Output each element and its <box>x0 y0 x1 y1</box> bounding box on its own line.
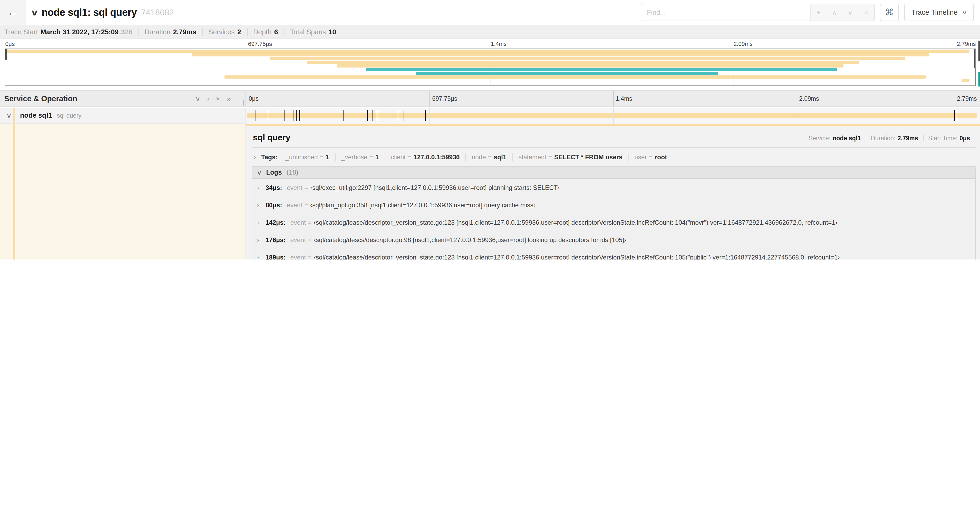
chevron-down-icon: ∨ <box>962 10 967 15</box>
chevron-right-icon: › <box>257 219 266 225</box>
collapse-all-icon[interactable]: » <box>214 97 222 101</box>
top-bar: ← ∨ node sql1: sql query 7418682 ⌖ ∧ ∨ ×… <box>0 0 980 25</box>
timeline-tick-label: 0μs <box>249 96 259 102</box>
right-edge-scroll-thumb[interactable] <box>978 41 980 61</box>
log-key: event <box>290 219 306 226</box>
timeline-gridline <box>797 108 797 124</box>
tags-row[interactable]: › Tags: _unfinished=1_verbose=1client=12… <box>253 153 975 161</box>
detail-operation-title: sql query <box>253 133 290 142</box>
minimap-tick-label: 2.09ms <box>734 41 752 47</box>
log-event-tick[interactable] <box>299 110 300 121</box>
detail-service: Service:node sql1 <box>804 135 865 141</box>
span-service-name: node sql1 <box>20 111 52 119</box>
log-event-tick[interactable] <box>372 110 372 121</box>
chevron-down-icon: ∨ <box>256 169 262 176</box>
back-button[interactable]: ← <box>0 0 26 25</box>
service-operation-header: Service & Operation ∨ › » » <box>0 91 246 107</box>
log-event-tick[interactable] <box>404 110 404 121</box>
view-dropdown-label: Trace Timeline <box>911 8 958 16</box>
chevron-right-icon: › <box>254 154 256 160</box>
service-operation-label: Service & Operation <box>4 94 77 103</box>
find-prev-icon[interactable]: ∧ <box>826 8 842 16</box>
log-row[interactable]: › 80μs: event = ‹sql/plan_opt.go:358 [ns… <box>252 196 975 214</box>
stat-value: 10 <box>329 28 336 36</box>
log-row[interactable]: › 189μs: event = ‹sql/catalog/lease/desc… <box>252 248 975 260</box>
expand-all-icon[interactable]: » <box>227 95 231 102</box>
minimap-scrubber-handle[interactable] <box>974 49 975 68</box>
minimap-scrubber-handle[interactable] <box>5 49 7 60</box>
page-title: node sql1: sql query <box>41 6 137 18</box>
stat-value: 6 <box>274 28 278 36</box>
log-event-tick[interactable] <box>398 110 398 121</box>
minimap-span-bar <box>192 53 929 56</box>
minimap-span-bar <box>415 72 718 75</box>
stat-value: March 31 2022, 17:25:09 <box>41 28 119 36</box>
log-event-tick[interactable] <box>296 110 297 121</box>
log-event-tick[interactable] <box>954 110 955 121</box>
trace-stat: Total Spans 10 <box>284 28 342 36</box>
log-timestamp: 34μs: <box>266 184 282 191</box>
tag-item: statement=SELECT * FROM users <box>512 153 628 161</box>
command-icon: ⌘ <box>885 7 894 18</box>
minimap-span-bar <box>366 68 837 71</box>
detail-content: sql query Service:node sql1 Duration:2.7… <box>246 126 980 260</box>
span-duration-bar[interactable] <box>247 113 977 118</box>
tag-item: _verbose=1 <box>335 153 385 161</box>
find-next-icon[interactable]: ∨ <box>842 8 858 16</box>
service-color-bar <box>13 124 15 260</box>
trace-id: 7418682 <box>141 8 174 17</box>
stat-label: Total Spans <box>290 28 326 36</box>
log-key: event <box>290 236 306 243</box>
log-timestamp: 80μs: <box>266 201 282 209</box>
timeline-gridline <box>613 108 614 124</box>
span-row-timeline[interactable] <box>246 108 980 124</box>
detail-duration: Duration:2.79ms <box>865 135 923 141</box>
log-value: ‹sql/exec_util.go:2297 [nsql1,client=127… <box>310 184 560 191</box>
minimap-canvas[interactable] <box>5 48 976 86</box>
stat-value: 2.79ms <box>173 28 196 36</box>
minimap-span-bar <box>5 50 969 53</box>
log-event-tick[interactable] <box>343 110 344 121</box>
collapse-one-icon[interactable]: ∨ <box>195 95 200 102</box>
span-rows-area: ∨ node sql1 sql query <box>0 108 980 124</box>
timeline-tick-label: 697.75μs <box>432 96 457 102</box>
trace-stat: Duration 2.79ms <box>138 28 202 36</box>
top-right-controls: ⌖ ∧ ∨ × ⌘ Trace Timeline ∨ <box>640 4 974 21</box>
log-event-tick[interactable] <box>284 110 285 121</box>
log-event-tick[interactable] <box>377 110 377 121</box>
log-row[interactable]: › 142μs: event = ‹sql/catalog/lease/desc… <box>252 214 975 231</box>
detail-accent-strip <box>246 124 980 126</box>
log-event-tick[interactable] <box>977 110 978 121</box>
find-clear-icon[interactable]: × <box>858 8 874 16</box>
chevron-down-icon[interactable]: ∨ <box>6 112 12 119</box>
logs-header[interactable]: ∨ Logs (18) <box>252 167 975 179</box>
find-target-icon[interactable]: ⌖ <box>811 8 826 17</box>
log-event-tick[interactable] <box>268 110 269 121</box>
column-resize-grip[interactable] <box>241 100 244 105</box>
detail-meta: Service:node sql1 Duration:2.79ms Start … <box>804 135 975 141</box>
log-key: event <box>287 201 302 209</box>
find-input[interactable] <box>641 4 810 21</box>
trace-stat: Depth 6 <box>247 28 284 36</box>
collapse-trace-chevron-icon[interactable]: ∨ <box>30 8 38 17</box>
tag-item: user=root <box>628 153 673 161</box>
log-event-tick[interactable] <box>293 110 294 121</box>
minimap-span-bar <box>224 75 926 78</box>
log-event-tick[interactable] <box>256 110 256 121</box>
expand-one-icon[interactable]: › <box>207 95 210 102</box>
span-row-label[interactable]: ∨ node sql1 sql query <box>0 108 246 124</box>
log-row[interactable]: › 176μs: event = ‹sql/catalog/descs/desc… <box>252 231 975 248</box>
log-row[interactable]: › 34μs: event = ‹sql/exec_util.go:2297 [… <box>252 179 975 196</box>
log-event-tick[interactable] <box>957 110 958 121</box>
timeline-tick-label: 2.09ms <box>799 96 819 102</box>
log-value: ‹sql/plan_opt.go:358 [nsql1,client=127.0… <box>310 201 535 209</box>
log-key: event <box>290 254 306 260</box>
log-event-tick[interactable] <box>374 110 375 121</box>
minimap-span-bar <box>962 79 969 82</box>
keyboard-shortcuts-button[interactable]: ⌘ <box>880 4 899 21</box>
log-event-tick[interactable] <box>379 110 379 121</box>
log-event-tick[interactable] <box>425 110 426 121</box>
view-dropdown[interactable]: Trace Timeline ∨ <box>904 4 974 21</box>
stat-label: Services <box>208 28 235 36</box>
log-event-tick[interactable] <box>367 110 368 121</box>
